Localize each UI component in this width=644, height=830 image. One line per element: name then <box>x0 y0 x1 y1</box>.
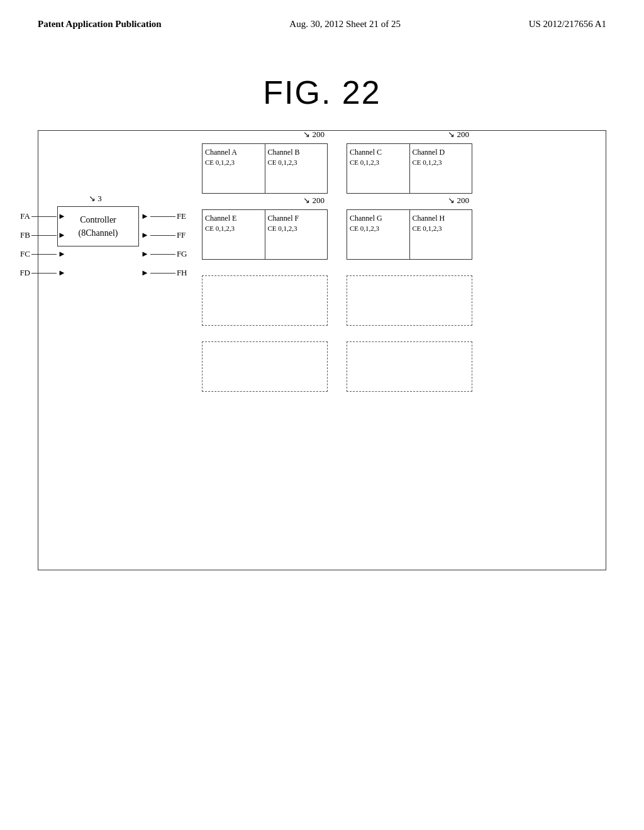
signal-ff-label: FF <box>177 230 192 240</box>
chip-group-3-channel-f-ce: CE 0,1,2,3 <box>268 224 325 233</box>
signal-fg-label: FG <box>177 249 192 259</box>
signal-fd: FD ► <box>14 268 66 278</box>
chip-group-4-left: Channel G CE 0,1,2,3 <box>347 210 410 259</box>
chip-placeholder-1 <box>202 275 328 326</box>
controller-section: ↘ 3 FA ► FB ► FC ► FD ► <box>57 206 139 246</box>
chip-group-3-channel-e-name: Channel E <box>205 213 262 224</box>
chip-group-3-wrapper: ↘ 200 Channel E CE 0,1,2,3 Channel F CE … <box>202 209 328 260</box>
chip-group-2-channel-c-ce: CE 0,1,2,3 <box>350 158 407 167</box>
chips-row-2: ↘ 200 Channel E CE 0,1,2,3 Channel F CE … <box>202 209 593 260</box>
chip-group-1-channel-a-name: Channel A <box>205 147 262 158</box>
chips-row-4 <box>202 341 593 392</box>
chip-group-2-right: Channel D CE 0,1,2,3 <box>410 144 472 193</box>
chip-group-4-channel-g-name: Channel G <box>350 213 407 224</box>
chips-area: ↘ 200 Channel A CE 0,1,2,3 Channel B CE … <box>202 143 593 407</box>
chip-placeholder-4 <box>347 341 472 392</box>
chip-group-1-left: Channel A CE 0,1,2,3 <box>203 144 265 193</box>
chip-group-3-channel-f-name: Channel F <box>268 213 325 224</box>
figure-title: FIG. 22 <box>0 74 644 111</box>
chip-group-1-wrapper: ↘ 200 Channel A CE 0,1,2,3 Channel B CE … <box>202 143 328 194</box>
chip-group-2-ref: ↘ 200 <box>448 130 469 140</box>
chip-group-4-right: Channel H CE 0,1,2,3 <box>410 210 472 259</box>
chip-group-4-channel-h-name: Channel H <box>413 213 470 224</box>
signal-fc-label: FC <box>14 249 30 259</box>
arrow-fc: ► <box>58 249 66 259</box>
chip-group-2-left: Channel C CE 0,1,2,3 <box>347 144 410 193</box>
chip-group-1-ref: ↘ 200 <box>303 130 325 140</box>
chip-group-4-channel-g-ce: CE 0,1,2,3 <box>350 224 407 233</box>
signal-fh: ► FH <box>141 268 192 278</box>
chip-group-2: Channel C CE 0,1,2,3 Channel D CE 0,1,2,… <box>347 143 472 194</box>
signal-fh-label: FH <box>177 268 192 278</box>
signal-fg: ► FG <box>141 249 192 259</box>
signal-ff: ► FF <box>141 230 192 240</box>
page-header: Patent Application Publication Aug. 30, … <box>0 0 644 36</box>
chip-group-2-wrapper: ↘ 200 Channel C CE 0,1,2,3 Channel D CE … <box>347 143 472 194</box>
arrow-fg: ► <box>141 249 149 259</box>
header-left-text: Patent Application Publication <box>38 19 162 30</box>
chip-group-4-channel-h-ce: CE 0,1,2,3 <box>413 224 470 233</box>
signal-fe: ► FE <box>141 211 192 221</box>
header-right-text: US 2012/217656 A1 <box>529 19 606 30</box>
output-signals: ► FE ► FF ► FG ► FH <box>141 211 192 287</box>
chip-group-3-channel-e-ce: CE 0,1,2,3 <box>205 224 262 233</box>
controller-line2: (8Channel) <box>64 226 132 240</box>
signal-fe-label: FE <box>177 211 192 221</box>
controller-line1: Controller <box>64 213 132 226</box>
controller-box: Controller (8Channel) <box>57 206 139 246</box>
arrow-ff: ► <box>141 230 149 240</box>
chip-group-1-right: Channel B CE 0,1,2,3 <box>265 144 328 193</box>
chips-row-3 <box>202 275 593 326</box>
chip-group-1-channel-b-ce: CE 0,1,2,3 <box>268 158 325 167</box>
chip-group-2-channel-d-name: Channel D <box>413 147 470 158</box>
arrow-fd: ► <box>58 268 66 278</box>
arrow-fh: ► <box>141 268 149 278</box>
chip-group-4-wrapper: ↘ 200 Channel G CE 0,1,2,3 Channel H CE … <box>347 209 472 260</box>
controller-ref-label: ↘ 3 <box>89 194 102 204</box>
header-center-text: Aug. 30, 2012 Sheet 21 of 25 <box>289 19 401 30</box>
chip-group-1: Channel A CE 0,1,2,3 Channel B CE 0,1,2,… <box>202 143 328 194</box>
chip-group-1-channel-b-name: Channel B <box>268 147 325 158</box>
chip-group-3: Channel E CE 0,1,2,3 Channel F CE 0,1,2,… <box>202 209 328 260</box>
signal-fb-label: FB <box>14 230 30 240</box>
signal-fd-label: FD <box>14 268 30 278</box>
chips-row-1: ↘ 200 Channel A CE 0,1,2,3 Channel B CE … <box>202 143 593 194</box>
signal-fa-label: FA <box>14 211 30 221</box>
chip-group-1-channel-a-ce: CE 0,1,2,3 <box>205 158 262 167</box>
arrow-fe: ► <box>141 211 149 221</box>
chip-group-4-ref: ↘ 200 <box>448 196 469 206</box>
chip-group-2-channel-d-ce: CE 0,1,2,3 <box>413 158 470 167</box>
chip-group-3-left: Channel E CE 0,1,2,3 <box>203 210 265 259</box>
chip-group-3-right: Channel F CE 0,1,2,3 <box>265 210 328 259</box>
chip-placeholder-2 <box>347 275 472 326</box>
chip-placeholder-3 <box>202 341 328 392</box>
chip-group-4: Channel G CE 0,1,2,3 Channel H CE 0,1,2,… <box>347 209 472 260</box>
chip-group-2-channel-c-name: Channel C <box>350 147 407 158</box>
chip-group-3-ref: ↘ 200 <box>303 196 325 206</box>
diagram-container: ↘ 3 FA ► FB ► FC ► FD ► <box>38 130 606 570</box>
signal-fc: FC ► <box>14 249 66 259</box>
